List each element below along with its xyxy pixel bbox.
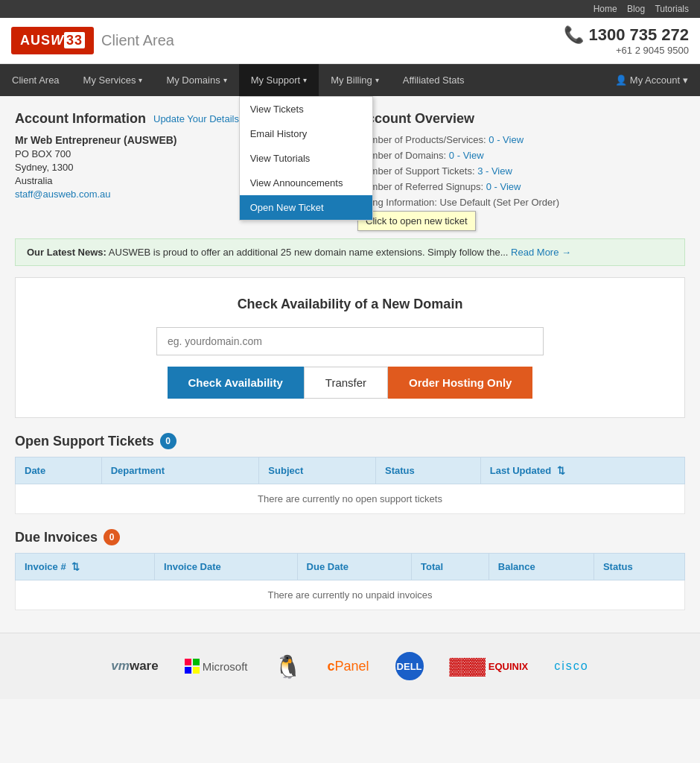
- topbar-blog[interactable]: Blog: [627, 4, 645, 14]
- order-hosting-button[interactable]: Order Hosting Only: [388, 367, 532, 399]
- col-balance: Balance: [489, 554, 594, 580]
- dropdown-view-announcements[interactable]: View Announcements: [240, 171, 372, 195]
- products-count: Number of Products/Services: 0 - View: [357, 134, 685, 145]
- sort-icon: ⇅: [71, 561, 80, 572]
- col-invoice-date: Invoice Date: [155, 554, 298, 580]
- col-last-updated[interactable]: Last Updated ⇅: [480, 458, 684, 484]
- footer: vmware Microsoft 🐧 cPanel DELL ▓▓▓ EQUIN…: [0, 633, 700, 699]
- phone-number: 📞 1300 735 272: [564, 25, 689, 45]
- support-tickets-title: Open Support Tickets: [15, 434, 154, 449]
- dropdown-open-new-ticket[interactable]: Open New Ticket: [240, 195, 372, 220]
- nav-client-area[interactable]: Client Area: [0, 64, 71, 96]
- topbar-tutorials[interactable]: Tutorials: [655, 4, 689, 14]
- invoices-badge: 0: [104, 529, 120, 545]
- domain-input-row: [34, 327, 666, 367]
- news-text: AUSWEB is proud to offer an additional 2…: [109, 247, 509, 258]
- caret-icon: ▾: [223, 76, 227, 84]
- invoices-thead: Invoice # ⇅ Invoice Date Due Date Total …: [16, 554, 685, 580]
- invoices-header: Due Invoices 0: [15, 529, 685, 545]
- nav-my-billing[interactable]: My Billing ▾: [319, 64, 391, 96]
- caret-icon: ▾: [303, 76, 307, 84]
- col-invoice-num[interactable]: Invoice # ⇅: [16, 554, 155, 580]
- sort-icon: ⇅: [557, 465, 565, 476]
- nav-my-account[interactable]: 👤 My Account ▾: [603, 64, 700, 96]
- transfer-button[interactable]: Transfer: [304, 367, 388, 399]
- phone-alt: +61 2 9045 9500: [564, 45, 689, 56]
- logo-box: AUSW33: [11, 27, 94, 54]
- billing-info: Billing Information: Use Default (Set Pe…: [357, 197, 685, 208]
- support-tickets-table: Date Department Subject Status Last Upda…: [15, 457, 685, 514]
- tickets-link[interactable]: 3 - View: [477, 165, 512, 177]
- col-department: Department: [101, 458, 259, 484]
- domain-check-title: Check Availability of a New Domain: [34, 297, 666, 312]
- domain-check-section: Check Availability of a New Domain Check…: [15, 277, 685, 418]
- tooltip-container: ● Click to open new ticket: [357, 214, 685, 227]
- products-link[interactable]: 0 - View: [489, 134, 524, 145]
- client-area-label: Client Area: [101, 32, 174, 49]
- tickets-count: Number of Support Tickets: 3 - View: [357, 165, 685, 177]
- referrals-link[interactable]: 0 - View: [486, 181, 521, 192]
- domains-link[interactable]: 0 - View: [449, 150, 484, 161]
- table-row: There are currently no unpaid invoices: [16, 580, 685, 610]
- col-status: Status: [375, 458, 480, 484]
- check-availability-button[interactable]: Check Availability: [168, 367, 304, 399]
- nav-my-services[interactable]: My Services ▾: [71, 64, 155, 96]
- account-overview-title: Account Overview: [357, 111, 685, 127]
- empty-tickets-message: There are currently no open support tick…: [16, 484, 685, 514]
- brand-cisco: cisco: [554, 659, 588, 673]
- caret-icon: ▾: [683, 75, 688, 86]
- domain-search-input[interactable]: [156, 327, 544, 355]
- account-overview-section: Account Overview Number of Products/Serv…: [357, 111, 685, 227]
- header: AUSW33 Client Area 📞 1300 735 272 +61 2 …: [0, 18, 700, 64]
- main-nav: Client Area My Services ▾ My Domains ▾ M…: [0, 64, 700, 96]
- news-read-more[interactable]: Read More →: [511, 247, 571, 258]
- domains-count: Number of Domains: 0 - View: [357, 150, 685, 161]
- brand-cpanel: cPanel: [328, 659, 369, 674]
- col-status: Status: [594, 554, 684, 580]
- brand-dell: DELL: [395, 652, 424, 680]
- col-subject: Subject: [259, 458, 376, 484]
- topbar-home[interactable]: Home: [594, 4, 617, 14]
- brand-microsoft: Microsoft: [185, 659, 248, 674]
- update-details-link[interactable]: Update Your Details: [153, 113, 239, 124]
- brand-linux: 🐧: [274, 653, 302, 680]
- brand-equinix: ▓▓▓ EQUINIX: [450, 656, 529, 676]
- phone-icon: 📞: [564, 25, 584, 45]
- support-tickets-badge: 0: [160, 433, 176, 449]
- linux-icon: 🐧: [274, 653, 302, 680]
- support-dropdown: View Tickets Email History View Tutorial…: [239, 96, 373, 221]
- caret-icon: ▾: [139, 76, 142, 84]
- col-date: Date: [16, 458, 102, 484]
- tooltip-box: Click to open new ticket: [357, 211, 476, 231]
- nav-my-domains[interactable]: My Domains ▾: [154, 64, 238, 96]
- phone-section: 📞 1300 735 272 +61 2 9045 9500: [564, 25, 689, 56]
- caret-icon: ▾: [375, 76, 379, 84]
- invoices-title: Due Invoices: [15, 530, 98, 545]
- nav-my-support-container: My Support ▾ View Tickets Email History …: [239, 64, 319, 96]
- brand-vmware: vmware: [111, 659, 158, 674]
- news-prefix: Our Latest News:: [27, 247, 106, 258]
- equinix-bars: ▓▓▓: [450, 656, 486, 676]
- support-tickets-header: Open Support Tickets 0: [15, 433, 685, 449]
- logo: AUSW33 Client Area: [11, 27, 174, 54]
- nav-affiliated-stats[interactable]: Affiliated Stats: [391, 64, 477, 96]
- brands-row: vmware Microsoft 🐧 cPanel DELL ▓▓▓ EQUIN…: [11, 652, 689, 680]
- support-tickets-thead: Date Department Subject Status Last Upda…: [16, 458, 685, 484]
- dropdown-email-history[interactable]: Email History: [240, 121, 372, 146]
- domain-buttons: Check Availability Transfer Order Hostin…: [34, 367, 666, 399]
- empty-invoices-message: There are currently no unpaid invoices: [16, 580, 685, 610]
- top-bar: Home Blog Tutorials: [0, 0, 700, 18]
- invoices-table: Invoice # ⇅ Invoice Date Due Date Total …: [15, 553, 685, 610]
- news-bar: Our Latest News: AUSWEB is proud to offe…: [15, 238, 685, 266]
- dropdown-view-tutorials[interactable]: View Tutorials: [240, 146, 372, 171]
- referrals-count: Number of Referred Signups: 0 - View: [357, 181, 685, 192]
- user-icon: 👤: [615, 75, 627, 86]
- col-due-date: Due Date: [297, 554, 411, 580]
- dropdown-view-tickets[interactable]: View Tickets: [240, 97, 372, 121]
- nav-my-support[interactable]: My Support ▾: [239, 64, 319, 96]
- table-row: There are currently no open support tick…: [16, 484, 685, 514]
- col-total: Total: [411, 554, 489, 580]
